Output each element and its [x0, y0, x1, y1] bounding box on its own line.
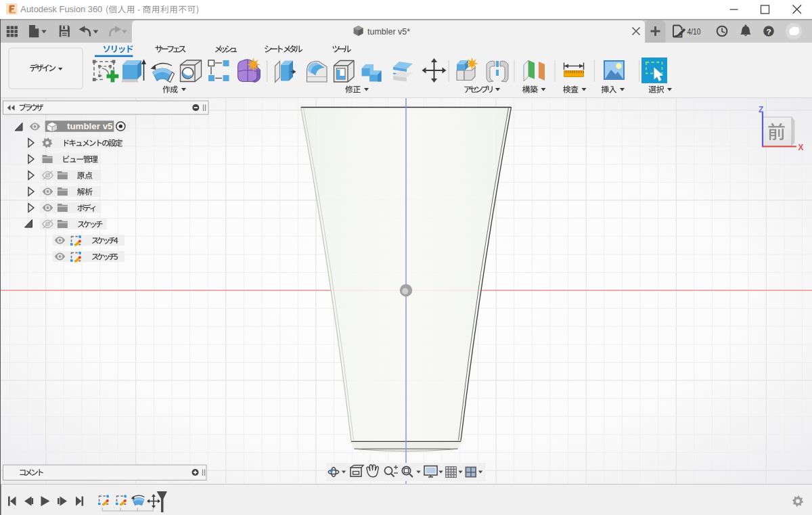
svg-text:Z: Z: [759, 105, 763, 114]
svg-text:4/10: 4/10: [687, 26, 701, 37]
svg-text:?: ?: [766, 27, 771, 37]
svg-text:X: X: [798, 143, 804, 152]
svg-text:Autodesk Fusion 360: Autodesk Fusion 360: [20, 5, 102, 14]
svg-text:tumbler v5: tumbler v5: [67, 122, 113, 131]
svg-text:tumbler v5*: tumbler v5*: [367, 26, 410, 37]
